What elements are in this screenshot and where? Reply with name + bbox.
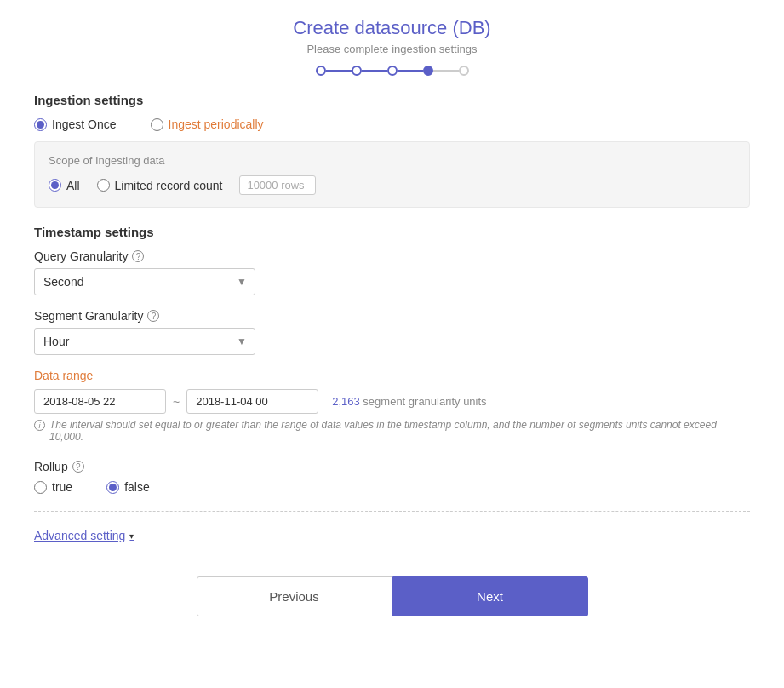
step-line-1 xyxy=(326,70,352,72)
step-line-4 xyxy=(433,70,459,72)
scope-all-radio[interactable] xyxy=(49,179,61,192)
step-5 xyxy=(459,66,469,76)
date-start-input[interactable] xyxy=(34,389,166,414)
rollup-options: true false xyxy=(34,480,750,494)
data-range-group: Data range ~ 2,163 segment granularity u… xyxy=(34,369,750,443)
data-range-inputs: ~ 2,163 segment granularity units xyxy=(34,389,750,414)
scope-options: All Limited record count xyxy=(49,175,735,195)
step-3 xyxy=(387,66,398,76)
step-2 xyxy=(352,66,362,76)
step-4-active xyxy=(423,66,433,76)
scope-all-label: All xyxy=(66,179,80,192)
section-divider xyxy=(34,511,750,512)
step-line-2 xyxy=(362,70,387,72)
segment-units-display: 2,163 segment granularity units xyxy=(332,395,486,408)
page-title: Create datasource (DB) xyxy=(34,17,750,39)
rollup-section: Rollup ? true false xyxy=(34,460,750,494)
rollup-label: Rollup ? xyxy=(34,460,750,473)
ingest-once-label: Ingest Once xyxy=(52,118,117,131)
rollup-help-icon[interactable]: ? xyxy=(72,461,84,473)
ingest-periodically-radio[interactable] xyxy=(151,118,163,131)
ingest-once-radio[interactable] xyxy=(34,118,47,131)
segment-granularity-select[interactable]: Second Minute Hour Day xyxy=(34,328,255,355)
scope-limited-radio[interactable] xyxy=(97,179,110,192)
ingest-type-options: Ingest Once Ingest periodically xyxy=(34,118,750,131)
scope-all-option[interactable]: All xyxy=(49,179,80,192)
ingestion-section-title: Ingestion settings xyxy=(34,93,750,107)
ingest-periodically-option[interactable]: Ingest periodically xyxy=(151,118,264,131)
limited-record-input[interactable] xyxy=(239,175,316,195)
advanced-chevron-icon: ▾ xyxy=(129,531,134,541)
rollup-false-radio[interactable] xyxy=(106,481,119,494)
data-range-label: Data range xyxy=(34,369,750,382)
step-line-3 xyxy=(398,70,423,72)
segment-granularity-label: Segment Granularity ? xyxy=(34,309,750,323)
query-granularity-select[interactable]: Second Minute Hour Day xyxy=(34,268,255,295)
segment-granularity-help-icon[interactable]: ? xyxy=(147,310,159,322)
scope-limited-option[interactable]: Limited record count xyxy=(97,179,223,192)
query-granularity-help-icon[interactable]: ? xyxy=(132,250,144,262)
step-1 xyxy=(316,66,326,76)
page-header: Create datasource (DB) Please complete i… xyxy=(34,17,750,76)
segment-units-label: segment granularity units xyxy=(363,395,486,408)
rollup-false-label: false xyxy=(124,480,150,494)
rollup-true-option[interactable]: true xyxy=(34,480,72,494)
ingest-once-option[interactable]: Ingest Once xyxy=(34,118,117,131)
query-granularity-group: Query Granularity ? Second Minute Hour D… xyxy=(34,249,750,295)
next-button[interactable]: Next xyxy=(392,576,588,616)
scope-limited-label: Limited record count xyxy=(115,179,223,192)
segment-count: 2,163 xyxy=(332,395,360,408)
ingestion-settings-section: Ingestion settings Ingest Once Ingest pe… xyxy=(34,93,750,208)
range-separator: ~ xyxy=(173,395,180,409)
advanced-setting-label: Advanced setting xyxy=(34,529,125,542)
footer-buttons: Previous Next xyxy=(34,576,750,616)
query-granularity-select-wrapper: Second Minute Hour Day ▼ xyxy=(34,268,255,295)
scope-box: Scope of Ingesting data All Limited reco… xyxy=(34,141,750,208)
ingest-periodically-label: Ingest periodically xyxy=(169,118,264,131)
range-note-text: The interval should set equal to or grea… xyxy=(49,419,741,443)
segment-granularity-group: Segment Granularity ? Second Minute Hour… xyxy=(34,309,750,355)
scope-label: Scope of Ingesting data xyxy=(49,154,735,167)
advanced-setting-toggle[interactable]: Advanced setting ▾ xyxy=(34,529,750,542)
query-granularity-label: Query Granularity ? xyxy=(34,249,750,263)
page-subtitle: Please complete ingestion settings xyxy=(34,43,750,55)
previous-button[interactable]: Previous xyxy=(197,576,392,616)
segment-granularity-select-wrapper: Second Minute Hour Day ▼ xyxy=(34,328,255,355)
timestamp-settings-section: Timestamp settings Query Granularity ? S… xyxy=(34,225,750,443)
rollup-true-radio[interactable] xyxy=(34,481,47,494)
range-note-info-icon: i xyxy=(34,420,45,431)
range-note: i The interval should set equal to or gr… xyxy=(34,419,741,443)
timestamp-section-title: Timestamp settings xyxy=(34,225,750,239)
rollup-false-option[interactable]: false xyxy=(106,480,150,494)
stepper xyxy=(34,66,750,76)
date-end-input[interactable] xyxy=(186,389,318,414)
rollup-true-label: true xyxy=(52,480,72,494)
